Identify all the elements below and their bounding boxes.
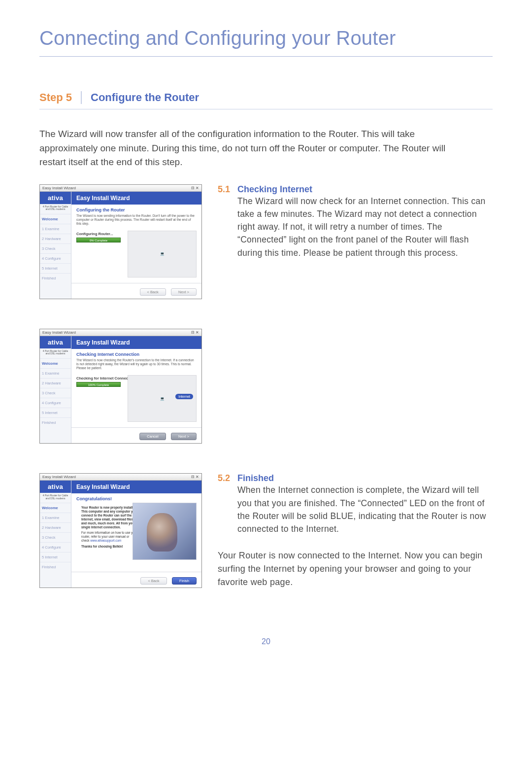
wizard-header: Easy Install Wizard bbox=[71, 481, 201, 493]
internet-tag: Internet bbox=[175, 394, 193, 399]
section-title: Checking Internet bbox=[237, 184, 493, 195]
next-button: Next > bbox=[171, 288, 197, 296]
sidebar-step: Finished bbox=[40, 273, 71, 283]
step-title: Configure the Router bbox=[91, 91, 199, 104]
sidebar-step: Finished bbox=[40, 417, 71, 427]
congrats-title: Congratulations! bbox=[71, 493, 201, 503]
progress-bar: 0% Complete bbox=[76, 238, 121, 242]
wizard-subheader: Configuring the Router bbox=[71, 205, 201, 214]
sidebar-step: 3 Check bbox=[40, 388, 71, 398]
brand-logo: ativa bbox=[40, 192, 71, 204]
back-button: < Back bbox=[140, 288, 166, 296]
next-button: Next > bbox=[171, 433, 197, 440]
sidebar-step: 2 Hardware bbox=[40, 522, 71, 532]
section-text: The Wizard will now check for an Interne… bbox=[237, 195, 493, 259]
brand-subtitle: 4 Port Router for Cable and DSL modems bbox=[40, 348, 71, 358]
brand-logo: ativa bbox=[40, 336, 71, 348]
brand-subtitle: 4 Port Router for Cable and DSL modems bbox=[40, 493, 71, 503]
close-icon: ⊟ ✕ bbox=[191, 186, 199, 190]
finish-button: Finish bbox=[172, 577, 197, 585]
sidebar-step: 3 Check bbox=[40, 532, 71, 542]
support-link: www.ativasupport.com bbox=[90, 539, 121, 542]
sidebar-step: 1 Examine bbox=[40, 368, 71, 378]
sidebar-step: 2 Hardware bbox=[40, 234, 71, 243]
step-header: Step 5 Configure the Router bbox=[39, 91, 493, 109]
sidebar-step: 4 Configure bbox=[40, 542, 71, 552]
wizard-screenshot-finished: Easy Install Wizard⊟ ✕ ativa 4 Port Rout… bbox=[39, 473, 202, 588]
cancel-button: Cancel bbox=[139, 433, 166, 440]
brand-subtitle: 4 Port Router for Cable and DSL modems bbox=[40, 204, 71, 214]
close-icon: ⊟ ✕ bbox=[191, 330, 199, 335]
brand-logo: ativa bbox=[40, 481, 71, 493]
person-photo bbox=[133, 503, 197, 560]
section-number: 5.1 bbox=[218, 184, 233, 259]
sidebar-step: 4 Configure bbox=[40, 253, 71, 263]
close-icon: ⊟ ✕ bbox=[191, 475, 199, 479]
window-title: Easy Install Wizard bbox=[42, 186, 76, 190]
sidebar-step: 4 Configure bbox=[40, 398, 71, 408]
wizard-header: Easy Install Wizard bbox=[71, 336, 201, 349]
wizard-screenshot-configure: Easy Install Wizard⊟ ✕ ativa 4 Port Rout… bbox=[39, 184, 202, 299]
sidebar-step: 1 Examine bbox=[40, 513, 71, 522]
section-number: 5.2 bbox=[218, 473, 233, 535]
wizard-screenshot-checking: Easy Install Wizard⊟ ✕ ativa 4 Port Rout… bbox=[39, 329, 202, 444]
sidebar-step: 5 Internet bbox=[40, 263, 71, 273]
sidebar-step: Finished bbox=[40, 562, 71, 572]
sidebar-step: 1 Examine bbox=[40, 224, 71, 234]
progress-bar: 100% Complete bbox=[76, 382, 121, 387]
window-title: Easy Install Wizard bbox=[42, 330, 76, 335]
section-text: When the Internet connection is complete… bbox=[237, 484, 493, 535]
sidebar-step: Welcome bbox=[40, 214, 71, 224]
wizard-desc: The Wizard is now sending information to… bbox=[71, 214, 201, 229]
section-title: Finished bbox=[237, 473, 493, 484]
step-number: Step 5 bbox=[39, 91, 82, 104]
page-title: Connecting and Configuring your Router bbox=[39, 27, 493, 57]
sidebar-step: 3 Check bbox=[40, 243, 71, 253]
sidebar-step: 2 Hardware bbox=[40, 378, 71, 388]
back-button: < Back bbox=[140, 577, 166, 585]
closing-paragraph: Your Router is now connected to the Inte… bbox=[218, 549, 493, 589]
wizard-desc: The Wizard is now checking the Router's … bbox=[71, 358, 201, 373]
network-illustration: 💻Internet bbox=[128, 375, 197, 422]
sidebar-step: 5 Internet bbox=[40, 552, 71, 562]
computer-illustration: 💻 bbox=[128, 231, 197, 277]
window-title: Easy Install Wizard bbox=[42, 475, 76, 479]
intro-paragraph: The Wizard will now transfer all of the … bbox=[39, 127, 473, 170]
wizard-subheader: Checking Internet Connection bbox=[71, 349, 201, 358]
sidebar-step: 5 Internet bbox=[40, 408, 71, 417]
sidebar-step: Welcome bbox=[40, 503, 71, 513]
page-number: 20 bbox=[39, 637, 493, 646]
sidebar-step: Welcome bbox=[40, 358, 71, 368]
wizard-header: Easy Install Wizard bbox=[71, 192, 201, 205]
